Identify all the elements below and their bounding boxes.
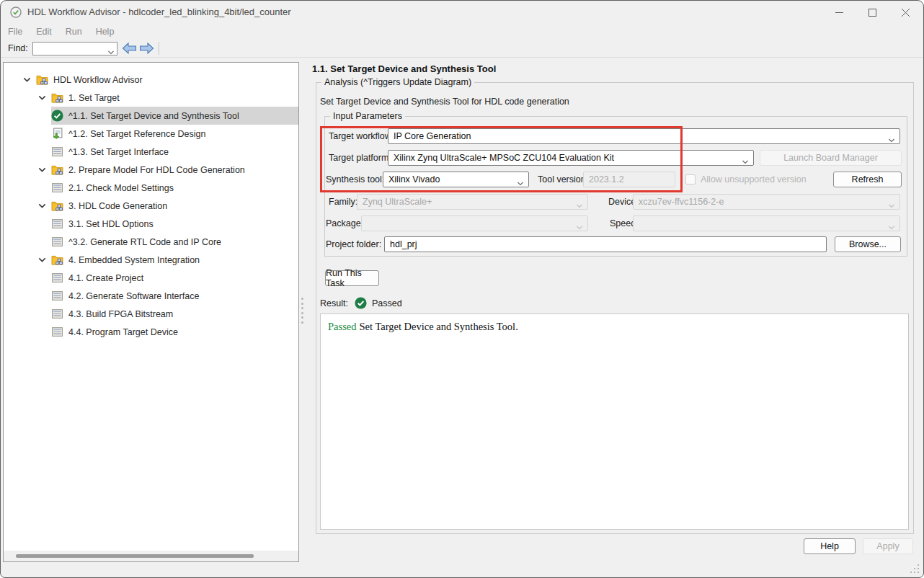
- menu-edit[interactable]: Edit: [36, 27, 52, 37]
- refresh-button[interactable]: Refresh: [833, 172, 902, 187]
- tree-item-content[interactable]: ^3.2. Generate RTL Code and IP Core: [51, 233, 298, 251]
- target-platform-combo[interactable]: Xilinx Zynq UltraScale+ MPSoC ZCU104 Eva…: [388, 150, 754, 166]
- tree-item-content[interactable]: HDL Workflow Advisor: [36, 71, 298, 89]
- task-heading: 1.1. Set Target Device and Synthesis Too…: [312, 63, 496, 74]
- title-bar: HDL Workflow Advisor - hdlcoder_led_blin…: [1, 1, 923, 24]
- tree-item[interactable]: 4.4. Program Target Device: [4, 323, 298, 341]
- synthesis-tool-label: Synthesis tool:: [326, 174, 384, 184]
- panel-splitter-handle[interactable]: [299, 298, 305, 324]
- help-button[interactable]: Help: [804, 538, 856, 554]
- tree-item[interactable]: 4.3. Build FPGA Bitstream: [4, 305, 298, 323]
- tree-item-content[interactable]: 4.1. Create Project: [51, 269, 298, 287]
- menu-file[interactable]: File: [8, 27, 22, 37]
- synthesis-tool-value: Xilinx Vivado: [388, 174, 440, 184]
- chevron-down-icon[interactable]: [36, 254, 48, 266]
- window-resize-grip[interactable]: [910, 564, 919, 573]
- tree-item[interactable]: ^3.2. Generate RTL Code and IP Core: [4, 233, 298, 251]
- input-parameters-title: Input Parameters: [330, 111, 405, 121]
- project-folder-input[interactable]: hdl_prj: [384, 236, 827, 252]
- tree-item-label: 4.4. Program Target Device: [68, 327, 178, 337]
- run-this-task-button[interactable]: Run This Task: [325, 270, 379, 286]
- maximize-button[interactable]: [856, 1, 889, 23]
- find-toolbar: Find:: [1, 40, 923, 58]
- tree-item-content[interactable]: 3. HDL Code Generation: [51, 197, 298, 215]
- task-icon: [51, 290, 63, 302]
- menu-help[interactable]: Help: [96, 27, 115, 37]
- package-label: Package:: [326, 218, 363, 228]
- project-folder-value: hdl_prj: [390, 239, 417, 249]
- tree-item[interactable]: 4.2. Generate Software Interface: [4, 287, 298, 305]
- task-description: Set Target Device and Synthesis Tool for…: [320, 97, 569, 107]
- tree-item-content[interactable]: 2. Prepare Model For HDL Code Generation: [51, 161, 298, 179]
- scrollbar-thumb[interactable]: [16, 554, 254, 558]
- tree-item-selected-content[interactable]: ^1.1. Set Target Device and Synthesis To…: [51, 107, 298, 125]
- chevron-down-icon[interactable]: [36, 200, 48, 212]
- tree-item-content[interactable]: 3.1. Set HDL Options: [51, 215, 298, 233]
- browse-button[interactable]: Browse...: [835, 236, 901, 252]
- chevron-down-icon[interactable]: [21, 74, 32, 86]
- tree-item[interactable]: ^1.1. Set Target Device and Synthesis To…: [4, 107, 298, 125]
- find-label: Find:: [8, 43, 28, 53]
- tree-item-content[interactable]: ^1.2. Set Target Reference Design: [51, 125, 298, 143]
- tree-item-content[interactable]: 4. Embedded System Integration: [51, 251, 298, 269]
- tree-item-content[interactable]: 4.2. Generate Software Interface: [51, 287, 298, 305]
- find-next-button[interactable]: [139, 42, 154, 55]
- chevron-down-icon[interactable]: [36, 92, 48, 104]
- menu-run[interactable]: Run: [66, 27, 82, 37]
- tree-item[interactable]: 4. Embedded System Integration: [4, 251, 298, 269]
- minimize-button[interactable]: [822, 1, 856, 23]
- target-workflow-label: Target workflow:: [329, 131, 394, 141]
- tree-item-label: HDL Workflow Advisor: [53, 75, 143, 85]
- tree-item-content[interactable]: 4.4. Program Target Device: [51, 323, 298, 341]
- close-button[interactable]: [889, 1, 922, 23]
- tree-item[interactable]: 4.1. Create Project: [4, 269, 298, 287]
- tree-item[interactable]: ^1.2. Set Target Reference Design: [4, 125, 298, 143]
- launch-board-manager-label: Launch Board Manager: [783, 153, 878, 163]
- target-platform-value: Xilinx Zynq UltraScale+ MPSoC ZCU104 Eva…: [394, 153, 614, 163]
- chevron-down-icon: [517, 177, 524, 190]
- tree-item-content[interactable]: ^1.3. Set Target Interface: [51, 143, 298, 161]
- tree-item-label: ^3.2. Generate RTL Code and IP Core: [68, 237, 221, 247]
- allow-unsupported-version-checkbox[interactable]: [685, 174, 696, 184]
- tree-item-content[interactable]: 2.1. Check Model Settings: [51, 179, 298, 197]
- window-title: HDL Workflow Advisor - hdlcoder_led_blin…: [27, 6, 291, 17]
- result-label: Result:: [320, 298, 348, 308]
- apply-button[interactable]: Apply: [863, 538, 913, 554]
- folder-icon: [36, 74, 48, 86]
- chevron-down-icon[interactable]: [36, 164, 48, 176]
- tree-item[interactable]: 3. HDL Code Generation: [4, 197, 298, 215]
- task-icon: [51, 308, 63, 320]
- task-icon: [51, 146, 63, 158]
- tree-item-label: ^1.3. Set Target Interface: [68, 147, 169, 157]
- tree-item[interactable]: 2. Prepare Model For HDL Code Generation: [4, 161, 298, 179]
- tree-horizontal-scrollbar[interactable]: [4, 551, 298, 561]
- folder-icon: [51, 92, 63, 104]
- launch-board-manager-button[interactable]: Launch Board Manager: [760, 150, 902, 166]
- tree-item[interactable]: ^1.3. Set Target Interface: [4, 143, 298, 161]
- analysis-groupbox-title: Analysis (^Triggers Update Diagram): [321, 77, 474, 87]
- tree-item[interactable]: 2.1. Check Model Settings: [4, 179, 298, 197]
- tree-item-content[interactable]: 4.3. Build FPGA Bitstream: [51, 305, 298, 323]
- find-previous-button[interactable]: [122, 42, 137, 55]
- family-value: Zynq UltraScale+: [363, 197, 432, 207]
- tree-item[interactable]: HDL Workflow Advisor: [4, 71, 298, 89]
- tree-item-label: 3. HDL Code Generation: [68, 201, 167, 211]
- target-workflow-combo[interactable]: IP Core Generation: [388, 128, 900, 144]
- tree-item[interactable]: 1. Set Target: [4, 89, 298, 107]
- tree-item-content[interactable]: 1. Set Target: [51, 89, 298, 107]
- tree-item[interactable]: 3.1. Set HDL Options: [4, 215, 298, 233]
- menu-bar: File Edit Run Help: [1, 24, 923, 40]
- tree-item-label: ^1.1. Set Target Device and Synthesis To…: [68, 111, 239, 121]
- chevron-down-icon: [888, 199, 895, 212]
- synthesis-tool-combo[interactable]: Xilinx Vivado: [383, 172, 529, 187]
- target-workflow-value: IP Core Generation: [394, 131, 471, 141]
- help-button-label: Help: [820, 541, 839, 551]
- folder-icon: [51, 254, 63, 266]
- task-icon: [51, 218, 63, 230]
- project-folder-label: Project folder:: [326, 239, 381, 249]
- chevron-down-icon: [888, 221, 895, 234]
- tree-item-label: 1. Set Target: [68, 93, 120, 103]
- run-this-task-label: Run This Task: [326, 268, 378, 288]
- find-input[interactable]: [32, 42, 117, 55]
- workflow-tree-panel: HDL Workflow Advisor1. Set Target^1.1. S…: [3, 62, 299, 562]
